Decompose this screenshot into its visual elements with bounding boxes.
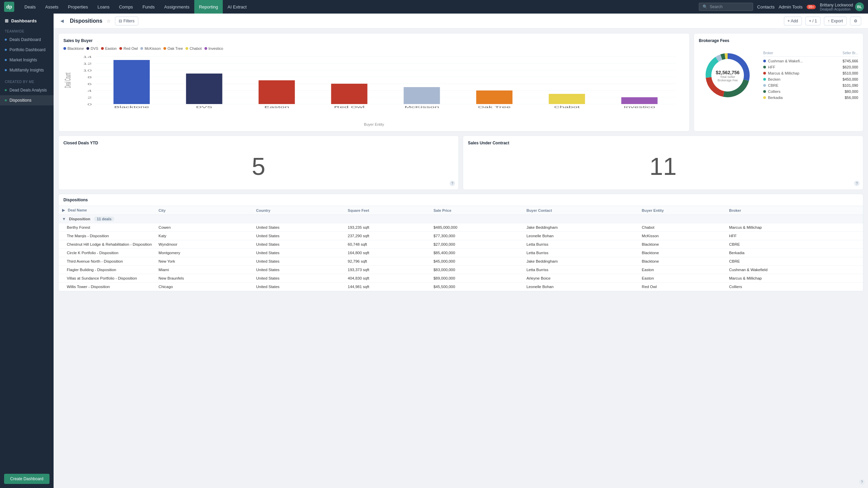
nav-admin-tools[interactable]: Admin Tools bbox=[778, 4, 803, 9]
col-deal-name[interactable]: ▶ Deal Name bbox=[59, 206, 155, 215]
table-row[interactable]: Berthy Forest Cowen United States 193,23… bbox=[59, 223, 863, 232]
svg-text:Investico: Investico bbox=[624, 105, 655, 109]
cell-broker: CBRE bbox=[726, 240, 863, 249]
cell-city: Wyndmoor bbox=[155, 240, 253, 249]
legend-dot bbox=[119, 47, 122, 50]
donut-row-name: Marcus & Millichap bbox=[768, 71, 841, 75]
sidebar-item-portfolio-dashboard[interactable]: Portfolio Dashboard bbox=[0, 45, 54, 55]
user-count-button[interactable]: + / 1 bbox=[805, 17, 821, 25]
svg-text:8: 8 bbox=[87, 76, 92, 79]
nav-contacts[interactable]: Contacts bbox=[757, 4, 774, 9]
expand-all-icon[interactable]: ▶ bbox=[62, 208, 65, 212]
nav-reporting[interactable]: Reporting bbox=[194, 0, 223, 14]
bar[interactable] bbox=[186, 74, 222, 104]
donut-row-dot bbox=[763, 66, 766, 68]
bookmark-icon[interactable]: ☆ bbox=[106, 18, 111, 24]
group-badge: 11 deals bbox=[94, 217, 114, 221]
table-row[interactable]: Chestnut Hill Lodge & Rehabilitation - D… bbox=[59, 240, 863, 249]
sidebar-item-multifamily-insights[interactable]: Multifamily Insights bbox=[0, 65, 54, 75]
cell-sqft: 193,373 sqft bbox=[344, 266, 430, 274]
col-price[interactable]: Sale Price bbox=[430, 206, 523, 215]
table-row[interactable]: The Marqis - Disposition Katy United Sta… bbox=[59, 232, 863, 240]
search-placeholder: Search bbox=[710, 4, 723, 9]
table-header-row: Dispositions bbox=[59, 194, 863, 206]
sidebar-item-dispositions[interactable]: Dispositions bbox=[0, 95, 54, 105]
donut-area: $2,562,756 Total SellerBrokerage Fee Bro… bbox=[699, 46, 858, 105]
bar[interactable] bbox=[549, 94, 585, 104]
nav-loans[interactable]: Loans bbox=[93, 0, 114, 14]
sidebar-item-deals-dashboard[interactable]: Deals Dashboard bbox=[0, 35, 54, 45]
settings-button[interactable]: ⚙ bbox=[850, 17, 861, 25]
cell-buyer-contact: Arleyne Boice bbox=[523, 274, 638, 283]
legend-dot bbox=[101, 47, 104, 50]
bar[interactable] bbox=[259, 80, 295, 104]
cell-country: United States bbox=[253, 240, 344, 249]
table-row[interactable]: Villas at Sundance Portfolio - Dispositi… bbox=[59, 274, 863, 283]
col-buyer-entity[interactable]: Buyer Entity bbox=[638, 206, 726, 215]
table-row[interactable]: Willis Tower - Disposition Chicago Unite… bbox=[59, 283, 863, 291]
nav-funds[interactable]: Funds bbox=[138, 0, 159, 14]
bar-chart-area: 02468101214Deal CountBlacktoneDVSEastonR… bbox=[63, 53, 685, 121]
donut-table-row: Cushman & Wakefi... $745,666 bbox=[763, 58, 858, 64]
export-button[interactable]: ↑ Export bbox=[824, 17, 847, 25]
nav-assignments[interactable]: Assignments bbox=[159, 0, 194, 14]
svg-text:12: 12 bbox=[83, 62, 92, 65]
nav-comps[interactable]: Comps bbox=[114, 0, 138, 14]
sidebar-bottom: Create Dashboard bbox=[0, 470, 54, 488]
cell-buyer-contact: Jake Beddingham bbox=[523, 257, 638, 266]
nav-properties[interactable]: Properties bbox=[63, 0, 93, 14]
nav-ai-extract[interactable]: AI Extract bbox=[223, 0, 251, 14]
col-city[interactable]: City bbox=[155, 206, 253, 215]
sidebar: ⊞ Dashboards Teamwide Deals Dashboard Po… bbox=[0, 14, 54, 488]
nav-deals[interactable]: Deals bbox=[20, 0, 40, 14]
cell-price: $85,400,000 bbox=[430, 249, 523, 257]
svg-text:McKisson: McKisson bbox=[405, 105, 439, 109]
legend-dot bbox=[204, 47, 207, 50]
donut-row-dot bbox=[763, 78, 766, 81]
cell-deal-name: The Marqis - Disposition bbox=[59, 232, 155, 240]
col-broker[interactable]: Broker bbox=[726, 206, 863, 215]
table-row[interactable]: Flagler Building - Disposition Miami Uni… bbox=[59, 266, 863, 274]
cell-buyer-entity: Blacktone bbox=[638, 257, 726, 266]
search-box[interactable]: 🔍 Search bbox=[699, 3, 753, 11]
donut-segment[interactable] bbox=[723, 79, 749, 97]
cell-sqft: 60,748 sqft bbox=[344, 240, 430, 249]
cell-broker: CBRE bbox=[726, 257, 863, 266]
donut-center-label: Total SellerBrokerage Fee bbox=[716, 75, 739, 82]
sidebar-item-market-insights[interactable]: Market Insights bbox=[0, 55, 54, 65]
bar[interactable] bbox=[621, 97, 657, 104]
table-row[interactable]: Third Avenue North - Disposition New Yor… bbox=[59, 257, 863, 266]
nav-assets[interactable]: Assets bbox=[40, 0, 63, 14]
legend-dot bbox=[63, 47, 66, 50]
user-name: Brittany Lockwood bbox=[820, 3, 853, 7]
dashboards-icon: ⊞ bbox=[5, 18, 8, 23]
bar[interactable] bbox=[331, 84, 368, 104]
cell-price: $45,500,000 bbox=[430, 283, 523, 291]
svg-text:14: 14 bbox=[83, 55, 92, 59]
cell-buyer-entity: Easton bbox=[638, 266, 726, 274]
svg-text:DVS: DVS bbox=[196, 105, 213, 109]
cell-buyer-contact: Letta Burriss bbox=[523, 266, 638, 274]
collapse-group-icon[interactable]: ▼ bbox=[62, 217, 66, 221]
add-button[interactable]: + Add bbox=[784, 17, 802, 25]
table-row[interactable]: Circle K Portfolio - Disposition Montgom… bbox=[59, 249, 863, 257]
donut-table-row: Marcus & Millichap $510,000 bbox=[763, 70, 858, 76]
nav-right: Contacts Admin Tools 99+ Brittany Lockwo… bbox=[757, 2, 864, 11]
donut-row-name: Colliers bbox=[768, 89, 843, 94]
sidebar-item-dead-deals[interactable]: Dead Deals Analysis bbox=[0, 85, 54, 95]
filter-icon: ⊟ bbox=[119, 19, 122, 23]
user-info[interactable]: Brittany Lockwood Dealpath Acquisition B… bbox=[820, 2, 864, 11]
bar[interactable] bbox=[476, 90, 512, 104]
col-sqft[interactable]: Square Feet bbox=[344, 206, 430, 215]
dot-icon bbox=[5, 89, 7, 91]
notification-badge[interactable]: 99+ bbox=[807, 5, 816, 9]
bar[interactable] bbox=[114, 60, 150, 104]
filter-button[interactable]: ⊟ Filters bbox=[115, 17, 138, 25]
bar[interactable] bbox=[404, 87, 440, 104]
col-country[interactable]: Country bbox=[253, 206, 344, 215]
group-expand-cell[interactable]: ▼ Disposition 11 deals bbox=[59, 215, 155, 223]
col-buyer-contact[interactable]: Buyer Contact bbox=[523, 206, 638, 215]
cell-deal-name: Chestnut Hill Lodge & Rehabilitation - D… bbox=[59, 240, 155, 249]
collapse-sidebar-icon[interactable]: ◀ bbox=[60, 18, 64, 23]
create-dashboard-button[interactable]: Create Dashboard bbox=[4, 474, 50, 484]
